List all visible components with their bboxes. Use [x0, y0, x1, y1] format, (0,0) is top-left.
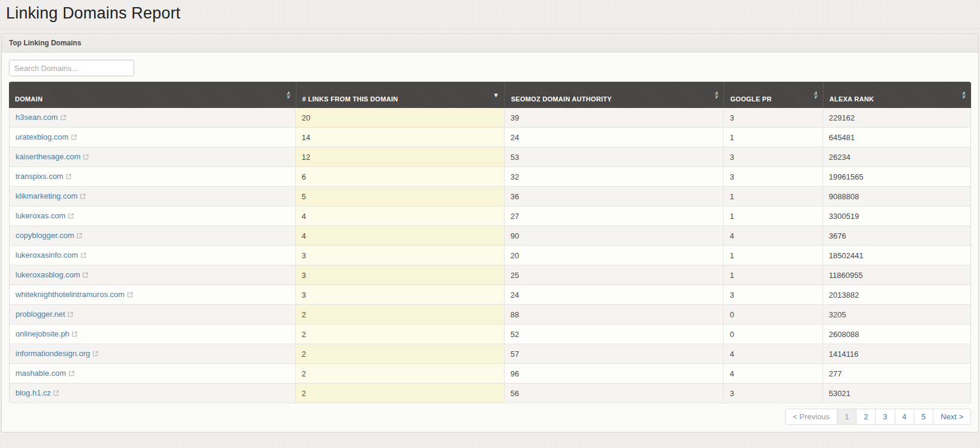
domain-cell: uratexblog.com: [9, 128, 296, 147]
column-header-domain[interactable]: DOMAIN ∧∨: [9, 82, 296, 108]
sort-toggle-icon: ∧∨: [715, 91, 719, 98]
domain-link[interactable]: lukeroxas.com: [16, 211, 66, 220]
column-header-links-from-domain[interactable]: # LINKS FROM THIS DOMAIN ▼: [296, 82, 505, 108]
table-row: problogger.net28803205: [9, 305, 971, 325]
pagination-page-3[interactable]: 3: [876, 409, 895, 425]
pagination-page-4[interactable]: 4: [895, 409, 914, 425]
links-count-cell: 12: [296, 147, 505, 167]
search-input[interactable]: [9, 60, 134, 76]
links-count-cell: 4: [296, 206, 505, 226]
domain-link[interactable]: transpixs.com: [16, 172, 63, 181]
domain-cell: informationdesign.org: [9, 344, 296, 364]
domain-link[interactable]: whiteknighthotelintramuros.com: [16, 290, 125, 299]
alexa-rank-cell: 3300519: [823, 206, 971, 226]
domain-cell: lukeroxasblog.com: [9, 265, 296, 285]
column-label: ALEXA RANK: [830, 95, 874, 103]
sort-toggle-icon: ∧∨: [286, 91, 290, 98]
external-link-icon[interactable]: [92, 350, 98, 359]
pagination-next[interactable]: Next >: [933, 409, 971, 425]
domain-link[interactable]: mashable.com: [16, 369, 66, 378]
domain-link[interactable]: copyblogger.com: [16, 231, 74, 240]
domain-link[interactable]: onlinejobsite.ph: [16, 329, 69, 338]
domain-authority-cell: 25: [505, 265, 724, 285]
google-pr-cell: 3: [724, 108, 823, 128]
linking-domains-table: DOMAIN ∧∨ # LINKS FROM THIS DOMAIN ▼ SEO…: [9, 82, 971, 403]
google-pr-cell: 4: [724, 344, 823, 364]
pagination: < Previous 1 2 3 4 5 Next >: [9, 409, 971, 425]
google-pr-cell: 3: [724, 147, 823, 167]
domain-cell: whiteknighthotelintramuros.com: [9, 285, 296, 305]
domain-authority-cell: 39: [505, 108, 724, 128]
domain-link[interactable]: kaiserthesage.com: [16, 152, 81, 161]
domain-authority-cell: 56: [505, 384, 724, 403]
alexa-rank-cell: 18502441: [823, 246, 971, 265]
alexa-rank-cell: 1414116: [823, 344, 971, 364]
alexa-rank-cell: 26234: [823, 147, 971, 167]
column-header-alexa-rank[interactable]: ALEXA RANK ∧∨: [823, 82, 971, 108]
external-link-icon[interactable]: [53, 389, 59, 398]
title-divider: [0, 28, 980, 29]
external-link-icon[interactable]: [83, 153, 89, 162]
external-link-icon[interactable]: [81, 251, 86, 260]
table-row: copyblogger.com49043676: [9, 226, 971, 246]
alexa-rank-cell: 645481: [823, 128, 971, 147]
external-link-icon[interactable]: [72, 330, 78, 339]
google-pr-cell: 3: [724, 384, 823, 403]
domain-authority-cell: 24: [505, 128, 724, 147]
external-link-icon[interactable]: [127, 291, 133, 299]
sort-toggle-icon: ∧∨: [962, 91, 966, 98]
google-pr-cell: 1: [724, 265, 823, 285]
links-count-cell: 3: [296, 265, 505, 285]
google-pr-cell: 3: [724, 285, 823, 305]
external-link-icon[interactable]: [71, 133, 77, 142]
external-link-icon[interactable]: [60, 113, 66, 122]
pagination-previous: < Previous: [785, 409, 837, 425]
external-link-icon[interactable]: [80, 192, 86, 201]
sort-desc-icon: ▼: [493, 92, 499, 98]
domain-authority-cell: 36: [505, 187, 724, 206]
google-pr-cell: 1: [724, 206, 823, 226]
domain-cell: onlinejobsite.ph: [9, 325, 296, 344]
external-link-icon[interactable]: [66, 172, 72, 181]
alexa-rank-cell: 53021: [823, 384, 971, 403]
panel-title: Top Linking Domains: [9, 39, 81, 47]
domain-link[interactable]: klikmarketing.com: [16, 191, 78, 200]
external-link-icon[interactable]: [76, 231, 82, 240]
table-header: DOMAIN ∧∨ # LINKS FROM THIS DOMAIN ▼ SEO…: [9, 82, 971, 108]
pagination-page-5[interactable]: 5: [914, 409, 933, 425]
domain-cell: blog.h1.cz: [9, 384, 296, 403]
domain-link[interactable]: uratexblog.com: [16, 132, 69, 141]
page: Linking Domains Report Top Linking Domai…: [0, 0, 980, 432]
domain-cell: mashable.com: [9, 364, 296, 384]
domain-authority-cell: 90: [505, 226, 724, 246]
table-row: mashable.com2964277: [9, 364, 971, 384]
domain-authority-cell: 53: [505, 147, 724, 167]
domain-authority-cell: 57: [505, 344, 724, 364]
external-link-icon[interactable]: [69, 369, 75, 378]
top-linking-domains-panel: Top Linking Domains DOMAIN ∧∨: [1, 33, 979, 432]
domain-link[interactable]: informationdesign.org: [16, 349, 90, 358]
external-link-icon[interactable]: [67, 310, 73, 319]
links-count-cell: 2: [296, 325, 505, 344]
alexa-rank-cell: 277: [823, 364, 971, 384]
external-link-icon[interactable]: [82, 271, 88, 280]
domain-link[interactable]: blog.h1.cz: [16, 388, 51, 397]
domain-cell: klikmarketing.com: [9, 187, 296, 206]
google-pr-cell: 0: [724, 325, 823, 344]
domain-cell: lukeroxas.com: [9, 206, 296, 226]
domain-link[interactable]: lukeroxasinfo.com: [16, 251, 78, 259]
domain-cell: transpixs.com: [9, 167, 296, 187]
domain-link[interactable]: lukeroxasblog.com: [16, 270, 80, 279]
table-row: lukeroxas.com42713300519: [9, 206, 971, 226]
external-link-icon[interactable]: [68, 212, 74, 221]
pagination-page-2[interactable]: 2: [857, 409, 876, 425]
alexa-rank-cell: 11860955: [823, 265, 971, 285]
alexa-rank-cell: 2013882: [823, 285, 971, 305]
table-row: kaiserthesage.com1253326234: [9, 147, 971, 167]
column-header-google-pr[interactable]: GOOGLE PR ∧∨: [724, 82, 823, 108]
domain-cell: h3sean.com: [9, 108, 296, 128]
domain-link[interactable]: h3sean.com: [16, 113, 58, 122]
pagination-page-1[interactable]: 1: [837, 409, 857, 425]
column-header-seomoz-authority[interactable]: SEOMOZ DOMAIN AUTHORITY ∧∨: [505, 82, 724, 108]
domain-link[interactable]: problogger.net: [16, 310, 65, 319]
